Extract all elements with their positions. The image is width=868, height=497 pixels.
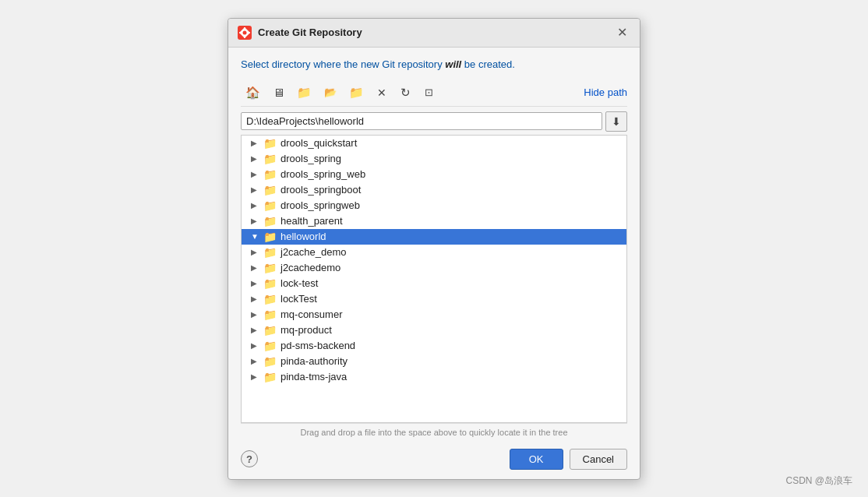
arrow-icon: ▶ — [251, 139, 262, 147]
item-name: drools_quickstart — [281, 137, 357, 149]
svg-point-1 — [243, 30, 247, 34]
folder-icon: 📁 — [263, 293, 277, 305]
home-button[interactable]: 🏠 — [241, 83, 265, 103]
folder-icon: 📁 — [263, 215, 277, 227]
arrow-icon: ▶ — [251, 310, 262, 319]
item-name: j2cache_demo — [281, 246, 347, 258]
delete-button[interactable]: ✕ — [372, 83, 392, 103]
folder-icon: 📁 — [263, 246, 277, 259]
item-name: drools_spring — [281, 153, 341, 164]
tree-item[interactable]: ▼📁helloworld — [242, 229, 626, 245]
tree-item[interactable]: ▶📁drools_quickstart — [242, 136, 626, 151]
path-input[interactable] — [241, 112, 602, 130]
folder-icon: 📁 — [263, 371, 277, 383]
arrow-icon: ▶ — [251, 154, 262, 163]
folder-icon: 📁 — [263, 277, 277, 290]
help-button[interactable]: ? — [241, 450, 258, 467]
folder-up-icon: 📂 — [324, 86, 337, 98]
home-icon: 🏠 — [245, 86, 260, 100]
new-folder-icon: 📁 — [297, 86, 312, 100]
watermark: CSDN @岛浪车 — [785, 474, 852, 488]
arrow-icon: ▶ — [251, 341, 262, 350]
item-name: drools_springweb — [281, 199, 360, 211]
network-icon: ⊡ — [425, 86, 433, 98]
arrow-icon: ▶ — [251, 263, 262, 272]
folder-icon: 📁 — [263, 184, 277, 196]
git-icon — [238, 26, 252, 40]
item-name: helloworld — [281, 231, 326, 242]
folder-icon: 📁 — [263, 324, 277, 337]
item-name: mq-product — [281, 324, 332, 336]
folder-icon: 📁 — [263, 137, 277, 150]
tree-item[interactable]: ▶📁drools_springweb — [242, 198, 626, 213]
dialog-footer: ? OK Cancel — [228, 441, 640, 479]
create-git-repository-dialog: Create Git Repository ✕ Select directory… — [228, 18, 640, 480]
item-name: mq-consumer — [281, 308, 342, 320]
arrow-icon: ▶ — [251, 201, 262, 210]
tree-item[interactable]: ▶📁j2cache_demo — [242, 245, 626, 260]
desc-pre: Select directory where the new Git repos… — [241, 58, 445, 70]
desktop-button[interactable]: 🖥 — [268, 83, 289, 103]
arrow-icon: ▶ — [251, 279, 262, 287]
desktop-icon: 🖥 — [273, 86, 284, 99]
item-name: pinda-tms-java — [281, 371, 347, 382]
folder-icon: 📁 — [263, 231, 277, 243]
description: Select directory where the new Git repos… — [241, 58, 627, 70]
arrow-icon: ▶ — [251, 217, 262, 225]
tree-item[interactable]: ▶📁drools_springboot — [242, 182, 626, 198]
title-left: Create Git Repository — [238, 26, 362, 40]
tree-item[interactable]: ▶📁mq-product — [242, 323, 626, 338]
dialog-title: Create Git Repository — [258, 26, 362, 38]
tree-item[interactable]: ▶📁pinda-authority — [242, 354, 626, 369]
arrow-icon: ▼ — [251, 232, 262, 241]
hide-path-link[interactable]: Hide path — [584, 86, 627, 98]
refresh-button[interactable]: ↻ — [395, 83, 415, 103]
desc-em: will — [445, 58, 461, 70]
folder-icon: 📁 — [263, 199, 277, 212]
arrow-icon: ▶ — [251, 326, 262, 334]
new-folder2-icon: 📁 — [349, 86, 364, 100]
folder-icon: 📁 — [263, 340, 277, 352]
folder-icon: 📁 — [263, 355, 277, 368]
arrow-icon: ▶ — [251, 357, 262, 365]
folder-icon: 📁 — [263, 153, 277, 165]
item-name: lock-test — [281, 277, 318, 289]
tree-item[interactable]: ▶📁health_parent — [242, 213, 626, 229]
new-folder-button[interactable]: 📁 — [292, 83, 316, 103]
item-name: pd-sms-backend — [281, 340, 355, 351]
refresh-icon: ↻ — [400, 86, 411, 100]
cancel-button[interactable]: Cancel — [570, 449, 627, 470]
arrow-icon: ▶ — [251, 170, 262, 178]
item-name: j2cachedemo — [281, 262, 340, 273]
path-browse-button[interactable]: ⬇ — [605, 111, 627, 132]
dialog-body: Select directory where the new Git repos… — [228, 48, 640, 441]
tree-item[interactable]: ▶📁pd-sms-backend — [242, 338, 626, 354]
tree-item[interactable]: ▶📁drools_spring — [242, 151, 626, 167]
tree-item[interactable]: ▶📁mq-consumer — [242, 307, 626, 323]
file-tree[interactable]: ▶📁drools_quickstart▶📁drools_spring▶📁droo… — [241, 135, 627, 423]
close-button[interactable]: ✕ — [614, 25, 630, 41]
folder-icon: 📁 — [263, 168, 277, 181]
network-button[interactable]: ⊡ — [418, 83, 439, 103]
folder-icon: 📁 — [263, 308, 277, 321]
tree-item[interactable]: ▶📁lockTest — [242, 291, 626, 307]
arrow-icon: ▶ — [251, 185, 262, 194]
item-name: drools_springboot — [281, 184, 361, 196]
delete-icon: ✕ — [377, 86, 386, 99]
arrow-icon: ▶ — [251, 372, 262, 381]
tree-item[interactable]: ▶📁j2cachedemo — [242, 260, 626, 276]
tree-item[interactable]: ▶📁lock-test — [242, 276, 626, 291]
path-row: ⬇ — [241, 111, 627, 132]
new-folder2-button[interactable]: 📁 — [344, 83, 369, 103]
ok-button[interactable]: OK — [510, 449, 563, 470]
arrow-icon: ▶ — [251, 248, 262, 256]
tree-item[interactable]: ▶📁pinda-tms-java — [242, 369, 626, 385]
tree-item[interactable]: ▶📁drools_spring_web — [242, 167, 626, 182]
item-name: lockTest — [281, 293, 317, 305]
download-icon: ⬇ — [612, 115, 621, 128]
folder-icon: 📁 — [263, 262, 277, 274]
folder-up-button[interactable]: 📂 — [319, 83, 341, 103]
title-bar: Create Git Repository ✕ — [228, 19, 640, 48]
drag-hint: Drag and drop a file into the space abov… — [241, 423, 627, 441]
item-name: health_parent — [281, 215, 343, 227]
